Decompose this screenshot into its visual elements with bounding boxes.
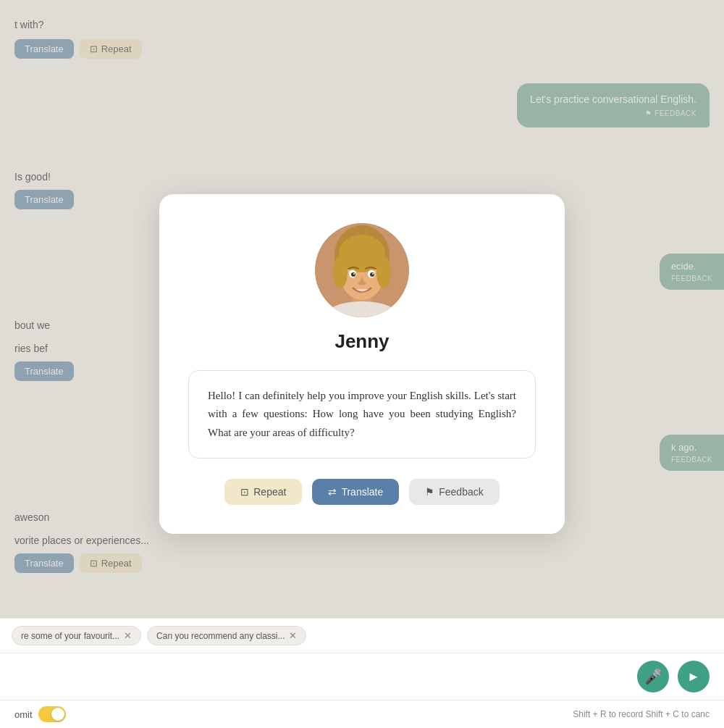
tag-pill-2[interactable]: Can you recommend any classi... ✕	[147, 626, 306, 645]
feedback-button[interactable]: ⚑ Feedback	[409, 479, 499, 505]
record-button[interactable]: 🎤	[637, 661, 669, 693]
bottom-status-row: omit Shift + R to record Shift + C to ca…	[0, 700, 724, 728]
submit-label: omit	[14, 709, 33, 720]
svg-point-11	[370, 272, 374, 277]
tag-close-2[interactable]: ✕	[289, 630, 297, 641]
svg-point-7	[376, 256, 391, 288]
svg-point-13	[372, 273, 374, 275]
mic-icon: 🎤	[644, 668, 662, 685]
tag-pill-1[interactable]: re some of your favourit... ✕	[12, 626, 141, 645]
modal-card: Jenny Hello! I can definitely help you i…	[159, 194, 565, 535]
message-text: Hello! I can definitely help you improve…	[208, 387, 516, 443]
modal-name: Jenny	[334, 330, 389, 353]
feedback-icon-modal: ⚑	[425, 486, 434, 498]
svg-point-10	[351, 272, 355, 277]
submit-toggle: omit	[14, 706, 66, 722]
send-button[interactable]: ►	[678, 661, 710, 693]
toggle-switch[interactable]	[38, 706, 66, 722]
translate-icon-modal: ⇄	[328, 486, 337, 498]
repeat-button[interactable]: ⊡ Repeat	[224, 479, 302, 505]
tag-close-1[interactable]: ✕	[124, 630, 132, 641]
svg-point-6	[333, 256, 348, 288]
toggle-knob	[51, 708, 64, 721]
send-icon: ►	[687, 669, 700, 685]
modal-actions: ⊡ Repeat ⇄ Translate ⚑ Feedback	[224, 479, 499, 505]
message-box: Hello! I can definitely help you improve…	[188, 370, 536, 459]
bottom-input-row: 🎤 ►	[0, 653, 724, 700]
bottom-tags-row: re some of your favourit... ✕ Can you re…	[0, 619, 724, 653]
keyboard-hints: Shift + R to record Shift + C to canc	[573, 709, 710, 719]
translate-button[interactable]: ⇄ Translate	[312, 479, 399, 505]
bottom-bar: re some of your favourit... ✕ Can you re…	[0, 618, 724, 728]
svg-point-12	[353, 273, 355, 275]
repeat-icon-modal: ⊡	[240, 486, 249, 498]
avatar	[315, 223, 409, 317]
